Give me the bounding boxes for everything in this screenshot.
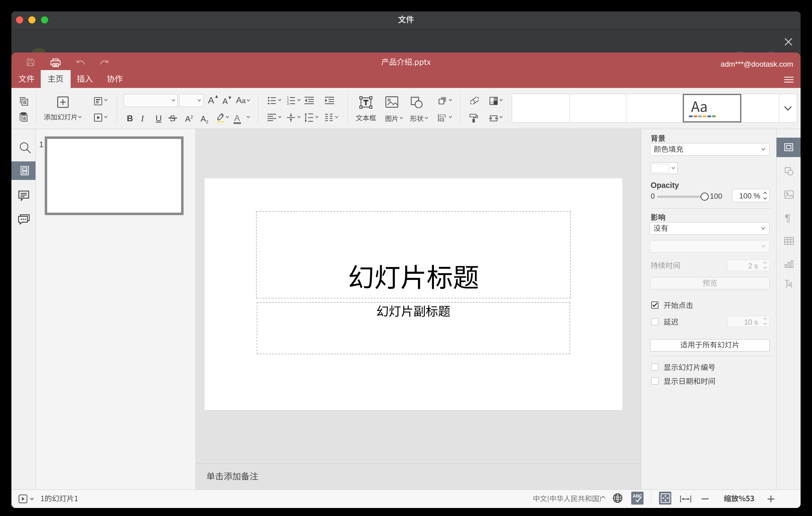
svg-text:3: 3 bbox=[287, 102, 289, 105]
